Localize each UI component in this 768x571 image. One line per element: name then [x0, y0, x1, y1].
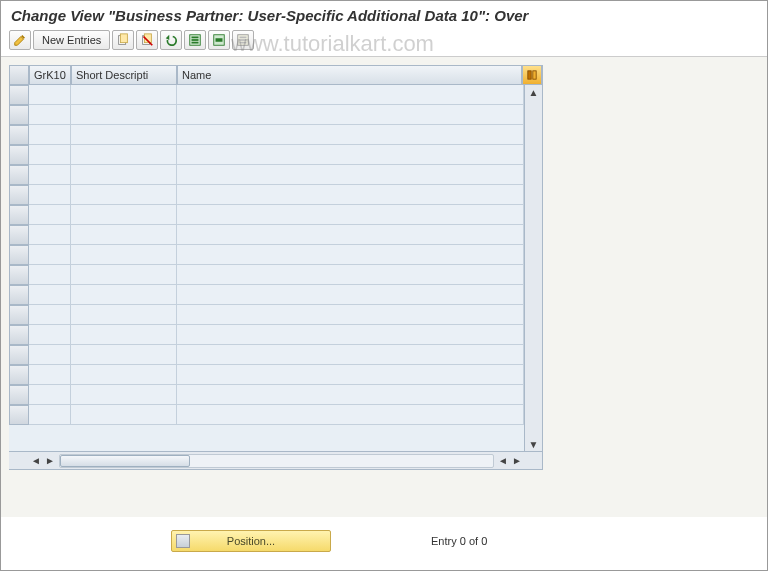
- table-row[interactable]: [9, 285, 524, 305]
- cell-grk10[interactable]: [29, 405, 71, 425]
- horizontal-scrollbar[interactable]: ◄ ► ◄ ►: [9, 451, 542, 469]
- cell-name[interactable]: [177, 345, 524, 365]
- table-row[interactable]: [9, 165, 524, 185]
- cell-name[interactable]: [177, 165, 524, 185]
- cell-grk10[interactable]: [29, 385, 71, 405]
- cell-name[interactable]: [177, 405, 524, 425]
- cell-name[interactable]: [177, 305, 524, 325]
- delete-icon[interactable]: [136, 30, 158, 50]
- row-selector[interactable]: [9, 365, 29, 385]
- column-header-grk10[interactable]: GrK10: [29, 65, 71, 85]
- cell-short-description[interactable]: [71, 285, 177, 305]
- row-selector[interactable]: [9, 285, 29, 305]
- table-row[interactable]: [9, 85, 524, 105]
- row-selector[interactable]: [9, 185, 29, 205]
- table-row[interactable]: [9, 365, 524, 385]
- cell-name[interactable]: [177, 205, 524, 225]
- scroll-down-icon[interactable]: ▼: [527, 437, 541, 451]
- cell-short-description[interactable]: [71, 85, 177, 105]
- select-block-icon[interactable]: [208, 30, 230, 50]
- cell-grk10[interactable]: [29, 205, 71, 225]
- cell-name[interactable]: [177, 285, 524, 305]
- cell-name[interactable]: [177, 365, 524, 385]
- select-all-icon[interactable]: [184, 30, 206, 50]
- cell-short-description[interactable]: [71, 145, 177, 165]
- cell-short-description[interactable]: [71, 305, 177, 325]
- table-row[interactable]: [9, 185, 524, 205]
- position-button[interactable]: Position...: [171, 530, 331, 552]
- cell-grk10[interactable]: [29, 145, 71, 165]
- row-selector[interactable]: [9, 305, 29, 325]
- cell-short-description[interactable]: [71, 205, 177, 225]
- scroll-up-icon[interactable]: ▲: [527, 85, 541, 99]
- row-selector[interactable]: [9, 385, 29, 405]
- cell-name[interactable]: [177, 325, 524, 345]
- row-selector[interactable]: [9, 125, 29, 145]
- cell-grk10[interactable]: [29, 265, 71, 285]
- cell-short-description[interactable]: [71, 345, 177, 365]
- table-row[interactable]: [9, 405, 524, 425]
- table-row[interactable]: [9, 145, 524, 165]
- cell-grk10[interactable]: [29, 85, 71, 105]
- row-selector[interactable]: [9, 145, 29, 165]
- scroll-right2-icon[interactable]: ►: [510, 454, 524, 468]
- table-row[interactable]: [9, 225, 524, 245]
- row-selector[interactable]: [9, 105, 29, 125]
- new-entries-button[interactable]: New Entries: [33, 30, 110, 50]
- cell-grk10[interactable]: [29, 325, 71, 345]
- row-selector[interactable]: [9, 325, 29, 345]
- row-selector[interactable]: [9, 345, 29, 365]
- table-row[interactable]: [9, 125, 524, 145]
- cell-short-description[interactable]: [71, 125, 177, 145]
- column-header-name[interactable]: Name: [177, 65, 522, 85]
- row-selector[interactable]: [9, 265, 29, 285]
- select-all-column[interactable]: [9, 65, 29, 85]
- table-row[interactable]: [9, 385, 524, 405]
- table-row[interactable]: [9, 345, 524, 365]
- cell-name[interactable]: [177, 125, 524, 145]
- copy-as-icon[interactable]: [112, 30, 134, 50]
- cell-short-description[interactable]: [71, 165, 177, 185]
- cell-grk10[interactable]: [29, 125, 71, 145]
- cell-name[interactable]: [177, 265, 524, 285]
- cell-name[interactable]: [177, 105, 524, 125]
- cell-name[interactable]: [177, 225, 524, 245]
- cell-grk10[interactable]: [29, 105, 71, 125]
- cell-grk10[interactable]: [29, 345, 71, 365]
- table-row[interactable]: [9, 105, 524, 125]
- cell-grk10[interactable]: [29, 165, 71, 185]
- cell-short-description[interactable]: [71, 325, 177, 345]
- cell-grk10[interactable]: [29, 365, 71, 385]
- cell-short-description[interactable]: [71, 365, 177, 385]
- cell-short-description[interactable]: [71, 245, 177, 265]
- cell-name[interactable]: [177, 245, 524, 265]
- cell-name[interactable]: [177, 185, 524, 205]
- hscroll-track[interactable]: [59, 454, 494, 468]
- cell-grk10[interactable]: [29, 185, 71, 205]
- cell-short-description[interactable]: [71, 105, 177, 125]
- cell-short-description[interactable]: [71, 225, 177, 245]
- cell-short-description[interactable]: [71, 185, 177, 205]
- scroll-left2-icon[interactable]: ◄: [496, 454, 510, 468]
- toggle-display-change-icon[interactable]: [9, 30, 31, 50]
- scroll-right-icon[interactable]: ►: [43, 454, 57, 468]
- row-selector[interactable]: [9, 405, 29, 425]
- column-header-short-description[interactable]: Short Descripti: [71, 65, 177, 85]
- deselect-all-icon[interactable]: [232, 30, 254, 50]
- cell-grk10[interactable]: [29, 285, 71, 305]
- row-selector[interactable]: [9, 85, 29, 105]
- table-row[interactable]: [9, 325, 524, 345]
- cell-name[interactable]: [177, 145, 524, 165]
- table-row[interactable]: [9, 265, 524, 285]
- cell-name[interactable]: [177, 385, 524, 405]
- cell-grk10[interactable]: [29, 245, 71, 265]
- cell-grk10[interactable]: [29, 305, 71, 325]
- row-selector[interactable]: [9, 245, 29, 265]
- cell-grk10[interactable]: [29, 225, 71, 245]
- cell-name[interactable]: [177, 85, 524, 105]
- row-selector[interactable]: [9, 205, 29, 225]
- cell-short-description[interactable]: [71, 405, 177, 425]
- table-row[interactable]: [9, 305, 524, 325]
- configure-columns-icon[interactable]: [522, 65, 542, 85]
- vertical-scrollbar[interactable]: ▲ ▼: [524, 85, 542, 451]
